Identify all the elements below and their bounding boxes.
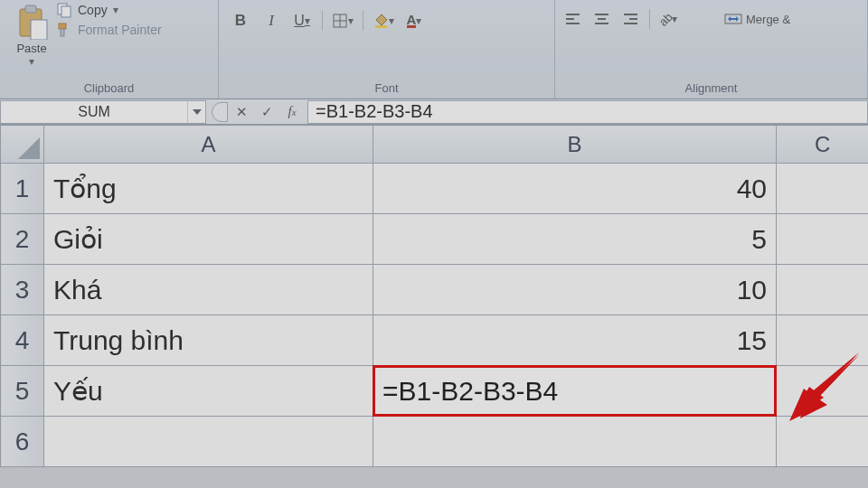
chevron-down-icon: ▾ [29,55,34,68]
fx-button[interactable]: fx [280,102,304,122]
formula-input[interactable]: =B1-B2-B3-B4 [307,100,868,124]
spreadsheet-grid: A B C 1 Tổng 40 2 Giỏi 5 3 Khá 10 4 Trun… [0,125,868,467]
table-row: 1 Tổng 40 [1,164,869,214]
svg-rect-6 [61,29,64,36]
paste-label: Paste [16,42,46,55]
svg-rect-4 [61,6,71,17]
table-row: 6 [1,417,869,467]
underline-button[interactable]: U▾ [289,11,315,31]
cell-A3[interactable]: Khá [44,265,373,315]
ribbon-group-clipboard: Paste ▾ Copy ▾ Format Pai [0,0,219,99]
row-header[interactable]: 2 [1,214,44,265]
cell-A6[interactable] [44,417,373,467]
column-header-C[interactable]: C [777,126,869,164]
cell-A4[interactable]: Trung bình [44,315,373,366]
align-center-button[interactable] [590,9,615,29]
italic-button[interactable]: I [259,11,284,31]
paintbrush-icon [56,22,72,38]
svg-rect-2 [31,20,47,40]
column-header-A[interactable]: A [44,126,373,164]
cell-C6[interactable] [777,417,869,467]
merge-label: Merge & [746,13,790,26]
formula-bar: SUM ✕ ✓ fx =B1-B2-B3-B4 [0,99,868,125]
formula-text: =B1-B2-B3-B4 [316,101,433,122]
fx-icon: fx [288,104,296,119]
copy-button[interactable]: Copy ▾ [56,2,162,18]
copy-label: Copy [78,3,108,17]
borders-icon [332,13,348,29]
cell-C1[interactable] [777,164,869,214]
orientation-button[interactable]: ab▾ [656,9,681,29]
separator [363,11,363,31]
table-row: 5 Yếu =B1-B2-B3-B4 [1,366,869,417]
svg-rect-5 [59,23,66,29]
table-row: 2 Giỏi 5 [1,214,869,265]
name-box-text: SUM [1,104,187,120]
row-header[interactable]: 5 [1,366,44,417]
arrow-icon [782,351,863,423]
cell-B2[interactable]: 5 [373,214,777,265]
merge-button[interactable]: Merge & [724,9,790,29]
align-left-icon [565,13,581,25]
svg-rect-10 [375,25,387,28]
row-header[interactable]: 4 [1,315,44,366]
cell-B3[interactable]: 10 [373,265,777,315]
row-header[interactable]: 1 [1,164,44,214]
separator [649,9,650,29]
cell-C2[interactable] [777,214,869,265]
check-icon: ✓ [261,104,273,120]
x-icon: ✕ [236,104,248,120]
align-right-button[interactable] [618,9,644,29]
merge-icon [724,12,742,26]
annotation-arrow [782,351,863,423]
paste-icon [14,4,49,40]
paste-button[interactable]: Paste ▾ [5,2,56,68]
ribbon: Paste ▾ Copy ▾ Format Pai [0,0,868,99]
cell-B4[interactable]: 15 [373,315,777,366]
select-all-corner[interactable] [1,126,44,164]
format-painter-button[interactable]: Format Painter [56,22,162,38]
table-row: 3 Khá 10 [1,265,869,315]
cell-A2[interactable]: Giỏi [44,214,373,265]
group-label-clipboard: Clipboard [5,78,212,97]
editing-cell-text: =B1-B2-B3-B4 [382,376,558,407]
ribbon-group-font: B I U▾ ▾ ▾ A ▾ Font [219,0,555,99]
cell-A5[interactable]: Yếu [44,366,373,417]
borders-button[interactable]: ▾ [330,11,355,31]
align-center-icon [594,13,610,25]
svg-marker-23 [789,352,859,421]
group-label-font: Font [224,78,549,97]
svg-rect-1 [25,5,36,13]
chevron-down-icon: ▾ [113,4,118,16]
cell-B6[interactable] [373,417,777,467]
cell-B1[interactable]: 40 [373,164,777,214]
bucket-icon [373,13,389,29]
bold-button[interactable]: B [228,11,253,31]
formula-curve [212,102,228,122]
cell-C3[interactable] [777,265,869,315]
cell-A1[interactable]: Tổng [44,164,373,214]
separator [322,11,323,31]
font-color-button[interactable]: A ▾ [401,11,427,31]
name-box[interactable]: SUM [0,100,206,124]
cancel-formula-button[interactable]: ✕ [230,102,253,122]
name-box-dropdown[interactable] [187,101,205,123]
format-painter-label: Format Painter [78,23,162,37]
row-header[interactable]: 6 [1,417,44,467]
align-left-button[interactable] [561,9,586,29]
font-color-icon: A [407,14,417,28]
copy-icon [56,2,72,18]
group-label-alignment: Alignment [561,78,862,97]
ribbon-group-alignment: ab▾ Merge & Alignment [555,0,868,99]
editing-cell-overlay[interactable]: =B1-B2-B3-B4 [373,366,776,416]
accept-formula-button[interactable]: ✓ [255,102,278,122]
fill-color-button[interactable]: ▾ [371,11,396,31]
align-right-icon [623,13,639,25]
column-header-B[interactable]: B [373,126,777,164]
table-row: 4 Trung bình 15 [1,315,869,366]
cell-B5[interactable]: =B1-B2-B3-B4 [373,366,777,417]
chevron-down-icon [193,109,202,115]
row-header[interactable]: 3 [1,265,44,315]
